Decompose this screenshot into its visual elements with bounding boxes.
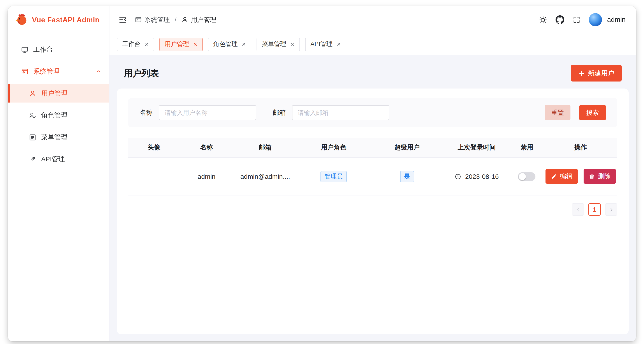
history-clock-icon: [455, 173, 462, 180]
next-page-button[interactable]: [605, 203, 617, 216]
reset-button[interactable]: 重置: [544, 105, 570, 120]
cell-avatar: [128, 158, 180, 195]
table-header-row: 头像 名称 邮箱 用户角色 超级用户 上次登录时间 禁用 操作: [128, 138, 617, 158]
breadcrumb-system[interactable]: 系统管理: [135, 16, 170, 24]
cell-name: admin: [180, 158, 234, 195]
email-filter-label: 邮箱: [273, 109, 286, 117]
main-column: 系统管理 / 用户管理: [110, 6, 636, 341]
sidebar-item-label: 工作台: [33, 45, 53, 54]
user-icon: [181, 16, 188, 23]
sidebar-item-menus[interactable]: 菜单管理: [8, 128, 109, 146]
cell-last-login: 2023-08-16: [444, 158, 510, 195]
table-row: admin admin@admin.... 管理员 是: [128, 158, 617, 195]
column-header-disabled: 禁用: [510, 138, 544, 157]
edit-button[interactable]: 编辑: [545, 169, 578, 184]
tab-bar: 工作台 用户管理 角色管理: [110, 33, 636, 55]
header-actions: admin: [539, 13, 626, 26]
app-title: Vue FastAPI Admin: [32, 16, 100, 24]
user-list-card: 名称 邮箱 重置 搜索 头像 名称 邮箱 用户角色: [117, 89, 629, 334]
tab-menus[interactable]: 菜单管理: [256, 38, 300, 51]
pagination: 1: [128, 203, 617, 216]
close-icon[interactable]: [144, 42, 149, 47]
name-filter-label: 名称: [140, 109, 153, 117]
plus-icon: [578, 70, 585, 77]
close-icon[interactable]: [242, 42, 246, 47]
theme-toggle-sun-icon[interactable]: [539, 16, 547, 24]
breadcrumb-separator: /: [174, 16, 177, 23]
list-box-icon: [29, 133, 36, 141]
tab-users[interactable]: 用户管理: [159, 38, 203, 51]
column-header-superuser: 超级用户: [370, 138, 444, 157]
rooster-logo-icon: [15, 13, 28, 26]
name-filter-input[interactable]: [159, 105, 256, 120]
column-header-email: 邮箱: [233, 138, 297, 157]
username[interactable]: admin: [607, 16, 626, 24]
breadcrumb-label: 用户管理: [191, 16, 216, 24]
page-1-button[interactable]: 1: [588, 203, 601, 216]
collapse-sidebar-icon[interactable]: [118, 15, 127, 24]
trash-icon: [588, 173, 595, 179]
page-title: 用户列表: [124, 67, 159, 79]
sidebar-item-roles[interactable]: 角色管理: [8, 106, 109, 124]
cell-superuser: 是: [370, 158, 444, 195]
app-logo[interactable]: Vue FastAPI Admin: [8, 6, 109, 33]
sidebar-item-label: 角色管理: [41, 111, 68, 119]
sidebar: Vue FastAPI Admin 工作台: [8, 6, 110, 341]
cell-email: admin@admin....: [233, 158, 297, 195]
breadcrumb-users[interactable]: 用户管理: [181, 16, 216, 24]
user-icon: [29, 90, 36, 97]
close-icon[interactable]: [336, 42, 341, 47]
breadcrumb-label: 系统管理: [144, 16, 170, 24]
edit-label: 编辑: [560, 172, 572, 181]
pencil-icon: [550, 173, 557, 179]
role-tag: 管理员: [320, 171, 347, 182]
breadcrumb: 系统管理 / 用户管理: [135, 16, 216, 24]
user-check-icon: [29, 112, 36, 119]
delete-button[interactable]: 删除: [583, 169, 616, 184]
column-header-actions: 操作: [544, 138, 617, 157]
search-button[interactable]: 搜索: [579, 105, 606, 120]
chevron-up-icon: [96, 69, 101, 74]
disabled-toggle[interactable]: [518, 172, 536, 181]
email-filter-input[interactable]: [292, 105, 389, 120]
users-table: 头像 名称 邮箱 用户角色 超级用户 上次登录时间 禁用 操作 admin: [128, 138, 617, 195]
rocket-icon: [29, 155, 36, 163]
sidebar-item-workbench[interactable]: 工作台: [8, 40, 109, 59]
column-header-avatar: 头像: [128, 138, 180, 157]
avatar[interactable]: [589, 13, 602, 26]
column-header-name: 名称: [180, 138, 234, 157]
sidebar-item-system[interactable]: 系统管理: [8, 62, 109, 81]
top-header: 系统管理 / 用户管理: [110, 6, 636, 33]
last-login-value: 2023-08-16: [465, 173, 499, 180]
create-user-label: 新建用户: [588, 69, 614, 77]
filter-bar: 名称 邮箱 重置 搜索: [128, 98, 617, 127]
tab-label: 角色管理: [213, 40, 238, 48]
tab-label: 菜单管理: [262, 40, 286, 48]
system-window-gear-icon: [135, 16, 142, 23]
system-submenu: 用户管理 角色管理: [8, 84, 109, 172]
column-header-last-login: 上次登录时间: [444, 138, 510, 157]
tab-api[interactable]: API管理: [305, 38, 346, 51]
fullscreen-icon[interactable]: [573, 16, 580, 24]
create-user-button[interactable]: 新建用户: [571, 65, 622, 82]
toggle-knob: [519, 173, 526, 180]
tab-workbench[interactable]: 工作台: [117, 38, 154, 51]
close-icon[interactable]: [193, 42, 198, 47]
sidebar-item-label: 系统管理: [33, 67, 60, 76]
system-window-gear-icon: [21, 68, 28, 75]
sidebar-item-api[interactable]: API管理: [8, 150, 109, 168]
close-icon[interactable]: [290, 42, 295, 47]
tab-roles[interactable]: 角色管理: [208, 38, 251, 51]
github-icon[interactable]: [556, 15, 564, 24]
sidebar-item-label: 菜单管理: [41, 133, 68, 141]
column-header-role: 用户角色: [297, 138, 370, 157]
app-frame: Vue FastAPI Admin 工作台: [8, 6, 636, 341]
monitor-icon: [21, 46, 28, 53]
sidebar-item-users[interactable]: 用户管理: [8, 84, 109, 103]
page-header: 用户列表 新建用户: [117, 61, 629, 89]
sidebar-item-label: 用户管理: [41, 89, 68, 98]
sidebar-menu: 工作台 系统管理: [8, 33, 109, 172]
prev-page-button[interactable]: [572, 203, 584, 216]
cell-actions: 编辑 删除: [544, 158, 617, 195]
sidebar-item-label: API管理: [41, 155, 65, 163]
